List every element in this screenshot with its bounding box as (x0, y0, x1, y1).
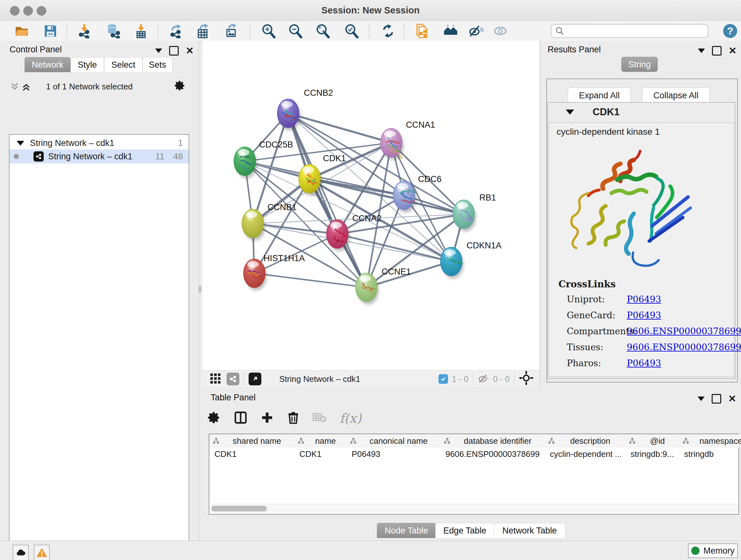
zoom-fit-icon[interactable] (315, 23, 331, 39)
panel-menu-icon[interactable] (698, 49, 705, 53)
show-columns-icon[interactable] (233, 411, 248, 426)
column-header-name[interactable]: name (294, 434, 347, 448)
import-network-file-icon[interactable] (77, 23, 92, 39)
crosslink-link[interactable]: 9606.ENSP00000378699 (627, 342, 741, 353)
tab-style[interactable]: Style (71, 57, 104, 72)
column-header-description[interactable]: description (545, 434, 626, 448)
hide-selected-eye-slash-icon[interactable] (468, 23, 484, 39)
table-cell[interactable]: cyclin-dependent ... (545, 448, 625, 460)
warnings-button[interactable] (34, 545, 50, 560)
tab-string[interactable]: String (621, 57, 658, 72)
zoom-out-icon[interactable] (288, 23, 303, 39)
network-canvas[interactable]: CCNB2CCNA1CDC25BCDK1CDC6RB1CCNB1CCNA2CDK… (202, 41, 539, 370)
memory-button[interactable]: Memory (688, 543, 738, 558)
crosslink-link[interactable]: P06493 (627, 358, 661, 368)
network-node-HIST1H1A[interactable]: HIST1H1A (244, 253, 305, 291)
column-header-shared-name[interactable]: shared name (209, 434, 294, 448)
export-table-icon[interactable] (195, 23, 211, 39)
collapse-all-button[interactable]: Collapse All (642, 87, 710, 104)
network-options-gear-icon[interactable] (174, 80, 186, 92)
network-edge[interactable] (253, 224, 337, 234)
column-header-label: database identifier (451, 436, 545, 446)
refresh-icon[interactable] (381, 23, 396, 39)
memory-label: Memory (703, 546, 735, 556)
export-image-icon[interactable] (223, 23, 239, 39)
hidden-eye-slash-icon (478, 374, 490, 384)
network-node-CCNE1[interactable]: CCNE1 (355, 267, 411, 305)
network-edge[interactable] (254, 273, 366, 287)
column-header-database-identifier[interactable]: database identifier (441, 434, 545, 448)
network-row-selected[interactable]: String Network – cdk1 11 48 (10, 149, 189, 164)
zoom-selected-icon[interactable] (344, 23, 359, 39)
crosslink-link[interactable]: P06493 (627, 310, 661, 320)
close-panel-icon[interactable]: ✕ (729, 47, 737, 55)
gene-details: cyclin-dependent kinase 1 (549, 123, 734, 377)
crosslink-link[interactable]: P06493 (627, 294, 661, 305)
horizontal-scrollbar[interactable] (210, 504, 738, 513)
string-view-icon[interactable] (226, 373, 239, 385)
zoom-in-icon[interactable] (261, 23, 276, 39)
network-node-CDKN1A[interactable]: CDKN1A (441, 241, 502, 279)
create-column-plus-icon[interactable] (260, 411, 274, 426)
close-panel-icon[interactable]: ✕ (728, 395, 736, 402)
panel-menu-icon[interactable] (155, 49, 162, 53)
table-cell[interactable]: stringdb:9... (625, 448, 679, 460)
tab-sets[interactable]: Sets (143, 57, 172, 72)
open-session-icon[interactable] (14, 23, 29, 39)
import-table-file-icon[interactable] (133, 23, 149, 39)
import-network-database-icon[interactable] (105, 23, 121, 39)
column-header-canonical-name[interactable]: canonical name (347, 434, 441, 448)
float-panel-icon[interactable] (712, 46, 722, 56)
table-options-gear-icon[interactable] (207, 411, 221, 426)
panel-menu-icon[interactable] (697, 396, 704, 401)
export-network-icon[interactable] (169, 23, 184, 39)
search-input[interactable] (564, 26, 708, 36)
tab-network[interactable]: Network (24, 57, 71, 72)
node-label-RB1: RB1 (479, 193, 496, 202)
selected-node-edge-counts: 1 - 0 (452, 374, 468, 384)
collection-expand-icon[interactable] (17, 141, 24, 145)
cloud-status-button[interactable] (13, 545, 29, 560)
selected-checkbox-icon[interactable] (439, 374, 448, 384)
network-grid-view-icon[interactable] (209, 372, 221, 386)
toolbar-separator (250, 24, 250, 38)
network-node-CCNA1[interactable]: CCNA1 (381, 120, 435, 160)
network-edge[interactable] (310, 179, 464, 214)
column-header--id[interactable]: @id (625, 434, 679, 448)
tab-edge-table[interactable]: Edge Table (435, 523, 494, 538)
delete-column-trash-icon[interactable] (286, 411, 300, 426)
protein-structure-image (558, 145, 695, 276)
crosslink-link[interactable]: 9606.ENSP00000378699 (627, 326, 741, 336)
float-panel-icon[interactable] (712, 394, 721, 403)
left-splitter-handle[interactable] (199, 286, 201, 293)
help-button[interactable]: ? (723, 24, 737, 38)
column-header-namespace[interactable]: namespace (679, 434, 741, 448)
column-header-label: shared name (219, 436, 294, 446)
tab-network-table[interactable]: Network Table (494, 523, 565, 538)
table-cell[interactable]: CDK1 (294, 448, 347, 460)
float-panel-icon[interactable] (169, 46, 179, 56)
table-cell[interactable]: P06493 (347, 448, 441, 460)
table-cell[interactable]: CDK1 (209, 448, 294, 460)
show-all-eye-icon[interactable] (493, 23, 508, 39)
scrollbar-thumb[interactable] (211, 506, 267, 511)
network-node-RB1[interactable]: RB1 (453, 193, 496, 232)
fit-content-crosshair-icon[interactable] (519, 371, 534, 388)
network-edge[interactable] (288, 113, 464, 214)
birds-eye-view-icon[interactable] (249, 373, 261, 385)
tab-select[interactable]: Select (104, 57, 143, 72)
save-session-icon[interactable] (43, 23, 58, 39)
table-cell[interactable]: stringdb (679, 448, 741, 460)
clone-network-icon[interactable] (414, 23, 429, 39)
toolbar-separator (514, 373, 515, 385)
close-panel-icon[interactable]: ✕ (186, 47, 194, 55)
table-cell[interactable]: 9606.ENSP00000378699 (441, 448, 545, 460)
search-field[interactable] (551, 24, 709, 38)
first-neighbors-icon[interactable] (443, 23, 458, 39)
control-panel: Control Panel ✕ Network Style Select Set… (0, 41, 199, 541)
gene-collapse-icon[interactable] (566, 110, 574, 115)
tab-node-table[interactable]: Node Table (377, 523, 436, 538)
network-collection-row[interactable]: String Network – cdk1 1 (10, 137, 189, 149)
expand-all-button[interactable]: Expand All (568, 87, 631, 104)
network-view-title: String Network – cdk1 (279, 374, 360, 384)
